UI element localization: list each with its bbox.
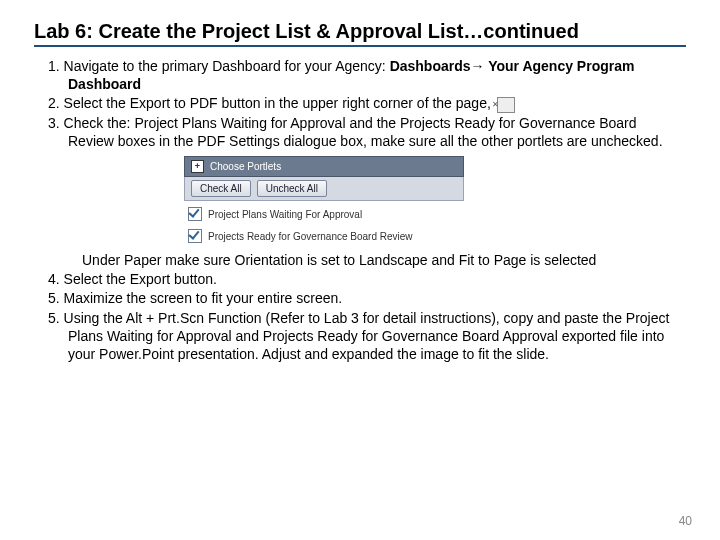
- pdf-export-icon: ✕: [497, 97, 515, 113]
- step-3: 3. Check the: Project Plans Waiting for …: [34, 114, 686, 150]
- checkbox-row-1: Project Plans Waiting For Approval: [184, 201, 464, 223]
- step-1-text-a: 1. Navigate to the primary Dashboard for…: [48, 58, 390, 74]
- uncheck-all-button[interactable]: Uncheck All: [257, 180, 327, 197]
- step-2: 2. Select the Export to PDF button in th…: [34, 94, 686, 112]
- arrow-icon: →: [471, 58, 485, 74]
- portlet-screenshot: + Choose Portlets Check All Uncheck All …: [184, 156, 686, 245]
- step-5a: 5. Maximize the screen to fit your entir…: [34, 289, 686, 307]
- checkbox-label-2: Projects Ready for Governance Board Revi…: [208, 230, 413, 243]
- slide-title: Lab 6: Create the Project List & Approva…: [34, 20, 686, 47]
- slide-body: 1. Navigate to the primary Dashboard for…: [34, 57, 686, 363]
- check-all-button[interactable]: Check All: [191, 180, 251, 197]
- portlet-header: + Choose Portlets: [184, 156, 464, 177]
- step-2-text: 2. Select the Export to PDF button in th…: [48, 95, 495, 111]
- step-1: 1. Navigate to the primary Dashboard for…: [34, 57, 686, 93]
- checkbox-row-2: Projects Ready for Governance Board Revi…: [184, 223, 464, 245]
- portlet-button-row: Check All Uncheck All: [184, 177, 464, 201]
- under-paper-note: Under Paper make sure Orientation is set…: [34, 251, 686, 269]
- step-5b: 5. Using the Alt + Prt.Scn Function (Ref…: [34, 309, 686, 364]
- page-number: 40: [679, 514, 692, 528]
- portlet-header-label: Choose Portlets: [210, 160, 281, 173]
- checkbox-label-1: Project Plans Waiting For Approval: [208, 208, 362, 221]
- step-4: 4. Select the Export button.: [34, 270, 686, 288]
- checkbox-icon[interactable]: [188, 229, 202, 243]
- step-1-bold-dash: Dashboards: [390, 58, 471, 74]
- checkbox-icon[interactable]: [188, 207, 202, 221]
- expand-icon[interactable]: +: [191, 160, 204, 173]
